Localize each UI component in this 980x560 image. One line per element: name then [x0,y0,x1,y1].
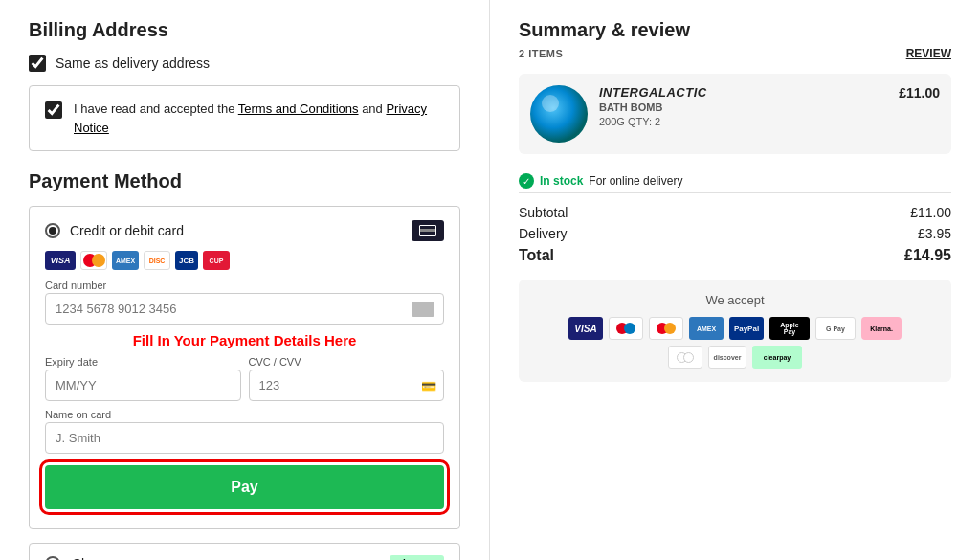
product-image [530,85,588,143]
delivery-label: Delivery [519,226,568,241]
accept-mastercard [649,317,683,340]
terms-text: I have read and accepted the Terms and C… [74,100,444,137]
accept-diners [668,346,702,369]
cvv-icon: 💳 [421,378,436,392]
card-radio[interactable] [45,223,60,238]
credit-debit-label: Credit or debit card [70,223,184,238]
payment-logos: VISA AMEX DISC JCB CUP [45,251,444,270]
accept-logos-row2: discover clearpay [534,346,936,369]
cvv-wrapper: 💳 [249,370,445,401]
name-group: Name on card [45,409,444,454]
accept-visa: VISA [568,317,603,340]
mc-circles [83,254,105,267]
stock-icon: ✓ [519,173,534,189]
items-row: 2 ITEMS REVIEW [519,47,951,60]
card-chip-icon [412,302,434,317]
visa-logo: VISA [45,251,76,270]
same-as-delivery-row: Same as delivery address [29,55,460,72]
in-stock-text: In stock [540,174,583,188]
review-link[interactable]: REVIEW [906,47,951,60]
accept-logos-row: VISA AMEX PayPal Apple Pay G Pay Klarna. [534,317,936,340]
product-name: INTERGALACTIC [599,85,887,100]
cvv-group: CVC / CVV 💳 [249,356,445,401]
delivery-value: £3.95 [918,226,951,241]
expiry-input[interactable] [45,370,241,401]
accept-clearpay: clearpay [752,346,802,369]
fill-in-text: Fill In Your Payment Details Here [45,332,444,348]
expiry-cvv-row: Expiry date CVC / CVV 💳 [45,356,444,409]
totals-section: Subtotal £11.00 Delivery £3.95 Total £14… [519,192,951,264]
we-accept-box: We accept VISA AMEX PayPal Apple Pay G P… [519,280,951,382]
amex-logo: AMEX [112,251,139,270]
payment-method-title: Payment Method [29,170,460,192]
product-details: 200G QTY: 2 [599,116,887,127]
discover-logo: DISC [144,251,170,270]
clearpay-option: Clearpay clearpay [29,543,460,560]
subtotal-row: Subtotal £11.00 [519,205,951,220]
terms-link[interactable]: Terms and Conditions [238,101,359,116]
stock-row: ✓ In stock For online delivery [519,168,951,192]
card-type-icon [412,220,444,241]
card-option-left: Credit or debit card [45,223,184,238]
jcb-logo: JCB [175,251,198,270]
accept-maestro [609,317,643,340]
delivery-text: For online delivery [589,174,682,188]
product-card: INTERGALACTIC BATH BOMB 200G QTY: 2 £11.… [519,74,951,154]
card-number-input[interactable] [45,293,444,325]
product-type: BATH BOMB [599,101,887,113]
delivery-row: Delivery £3.95 [519,226,951,241]
accept-amex: AMEX [689,317,724,340]
same-as-delivery-checkbox[interactable] [29,55,46,72]
accept-googlepay: G Pay [815,317,856,340]
expiry-label: Expiry date [45,356,241,368]
mastercard-logo [80,251,107,270]
accept-applepay: Apple Pay [769,317,810,340]
terms-checkbox[interactable] [45,101,62,119]
cvv-input[interactable] [249,370,445,401]
accept-klarna: Klarna. [861,317,902,340]
left-panel: Billing Address Same as delivery address… [0,0,490,560]
subtotal-value: £11.00 [910,205,951,220]
clearpay-radio[interactable] [45,556,60,561]
right-panel: Summary & review 2 ITEMS REVIEW INTERGAL… [490,0,980,560]
same-as-delivery-label: Same as delivery address [56,56,210,71]
mc-orange [92,254,105,267]
pay-button[interactable]: Pay [45,465,444,509]
accept-paypal: PayPal [729,317,764,340]
product-price: £11.00 [899,85,940,101]
summary-title: Summary & review [519,19,951,41]
card-number-group: Card number [45,280,444,325]
total-label: Total [519,247,554,264]
product-info: INTERGALACTIC BATH BOMB 200G QTY: 2 [599,85,887,127]
card-option-header: Credit or debit card [45,220,444,241]
accept-discover: discover [708,346,746,369]
we-accept-title: We accept [534,293,936,307]
clearpay-label: Clearpay [72,556,125,561]
expiry-group: Expiry date [45,356,241,401]
total-row: Total £14.95 [519,247,951,264]
billing-title: Billing Address [29,19,460,41]
items-count: 2 ITEMS [519,48,563,59]
name-input[interactable] [45,422,444,454]
name-label: Name on card [45,409,444,420]
card-number-label: Card number [45,280,444,291]
subtotal-label: Subtotal [519,205,568,220]
card-payment-box: Credit or debit card VISA AMEX DISC JCB … [29,206,460,529]
clearpay-logo: clearpay [390,555,444,560]
card-number-wrapper [45,293,444,325]
cvc-label: CVC / CVV [249,356,445,368]
total-value: £14.95 [904,247,951,264]
card-inner-icon [419,225,436,236]
unionpay-logo: CUP [203,251,230,270]
terms-box: I have read and accepted the Terms and C… [29,85,460,151]
